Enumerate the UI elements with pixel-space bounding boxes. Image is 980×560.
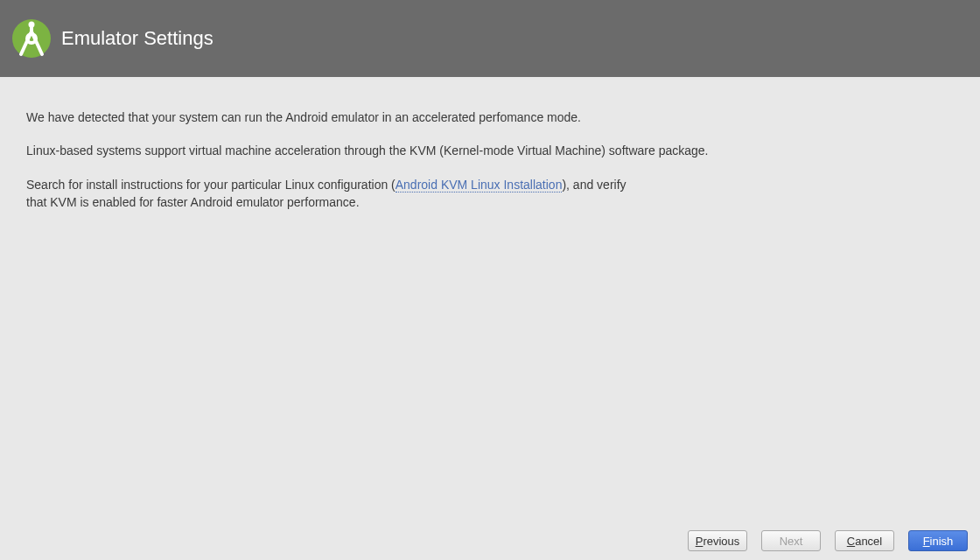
cancel-button[interactable]: Cancel [835,530,894,551]
instruction-prefix: Search for install instructions for your… [26,178,396,192]
kvm-enabled-text: that KVM is enabled for faster Android e… [26,193,954,211]
finish-label: inish [930,535,954,548]
footer-buttons: Previous Next Cancel Finish [0,522,980,560]
instruction-suffix: ), and verify [562,178,626,192]
svg-point-1 [29,22,35,28]
previous-hotkey: P [696,535,704,548]
next-button: Next [761,530,821,551]
instruction-text: Search for install instructions for your… [26,176,954,193]
finish-hotkey: F [923,535,930,548]
kvm-info-text: Linux-based systems support virtual mach… [26,142,954,159]
header: Emulator Settings [0,0,980,77]
content-area: We have detected that your system can ru… [0,77,980,522]
kvm-installation-link[interactable]: Android KVM Linux Installation [396,178,563,192]
cancel-hotkey: C [847,535,855,548]
android-studio-logo-icon [10,16,52,61]
previous-label: revious [703,535,739,548]
cancel-label: ancel [855,535,882,548]
page-title: Emulator Settings [61,27,214,50]
finish-button[interactable]: Finish [908,530,968,551]
previous-button[interactable]: Previous [688,530,747,551]
detection-text: We have detected that your system can ru… [26,108,954,126]
